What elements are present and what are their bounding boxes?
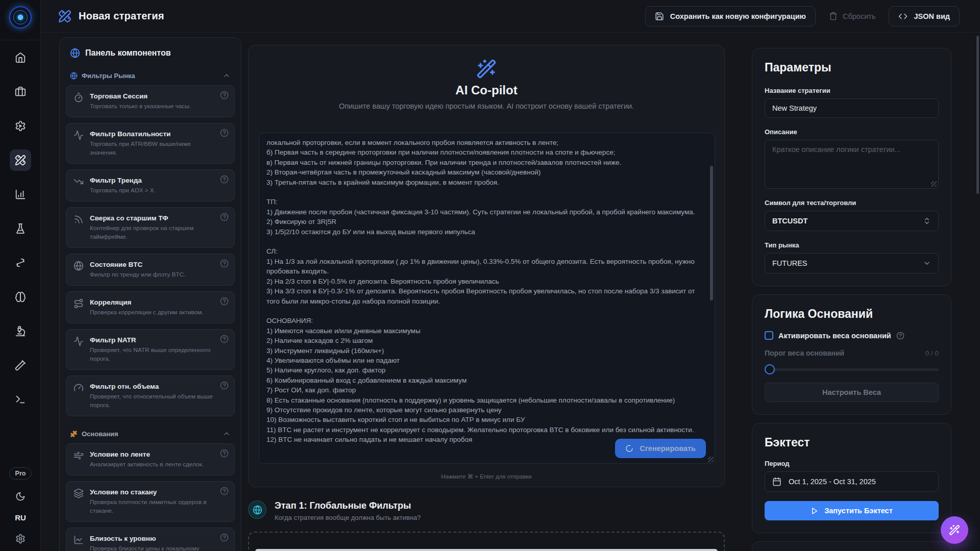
app-logo[interactable] [9,6,32,29]
pro-badge[interactable]: Pro [9,467,32,480]
rail-item-analytics[interactable] [10,184,31,205]
section-market-filters[interactable]: Фильтры Рынка [70,71,231,80]
stage-dropzone[interactable] [248,532,725,551]
component-desc: Торговать при ADX > X. [90,186,156,195]
weights-checkbox-row: Активировать веса оснований [765,331,939,340]
component-card-correlation[interactable]: Корреляция Проверка корреляции с другим … [66,291,235,323]
market-type-select[interactable]: FUTURES [765,253,939,273]
stage-subtitle: Когда стратегия вообще должна быть актив… [275,514,421,521]
component-card-trading-session[interactable]: Торговая Сессия Торговать только в указа… [66,85,235,117]
help-icon[interactable] [220,129,229,137]
help-icon[interactable] [220,449,229,458]
threshold-slider[interactable] [765,364,939,374]
component-card-trend-filter[interactable]: Фильтр Тренда Торговать при ADX > X. [66,169,235,202]
component-title: Фильтр отн. объема [90,382,216,391]
pencil-ruler-icon [15,155,26,166]
component-title: Фильтр NATR [90,335,216,345]
rail-item-automation[interactable] [10,115,31,137]
parameters-title: Параметры [765,61,939,74]
rail-item-lab[interactable] [10,218,31,239]
code-icon [898,12,908,21]
help-icon[interactable] [220,175,229,184]
language-switch[interactable]: RU [15,513,26,522]
divergence-icon [15,257,26,268]
rail-item-terminal[interactable] [10,389,31,410]
component-card-natr-filter[interactable]: Фильтр NATR Проверяет, что NATR выше опр… [66,329,235,370]
help-icon[interactable] [220,533,229,542]
component-desc: Проверяет, что NATR выше определенного п… [90,346,216,363]
help-icon[interactable] [220,259,229,268]
rail-item-home[interactable] [10,47,31,68]
slider-thumb[interactable] [765,364,775,374]
component-card-volatility-filter[interactable]: Фильтр Волатильности Торговать при ATR/B… [66,123,235,164]
parameters-card: Параметры Название стратегии Описание Кр… [752,48,951,286]
top-bar-actions: Сохранить как новую конфигурацию Сбросит… [645,6,960,27]
ai-copilot-subtitle: Опишите вашу торговую идею простым языко… [249,102,724,110]
globe-icon [70,72,78,80]
component-title: Состояние BTC [90,260,185,269]
help-icon[interactable] [220,487,229,495]
component-title: Корреляция [90,297,203,307]
weights-checkbox[interactable] [765,331,773,340]
component-title: Фильтр Тренда [90,176,156,185]
calendar-icon [772,477,781,486]
description-placeholder: Краткое описание логики стратегии... [772,145,900,154]
generate-button[interactable]: Сгенерировать [615,439,706,458]
rail-item-strategy-builder[interactable] [10,149,31,171]
chevrons-up-down-icon [923,217,931,225]
rail-settings[interactable] [15,534,26,544]
rail-item-research[interactable] [10,320,31,342]
help-icon[interactable] [220,91,229,99]
wind-icon [74,450,84,461]
chevron-up-icon[interactable] [223,71,231,80]
json-view-button[interactable]: JSON вид [889,6,960,27]
ai-prompt-textarea[interactable]: локальной проторговки, если в момент лок… [259,133,715,464]
component-card-rel-volume-filter[interactable]: Фильтр отн. объема Проверяет, что относи… [66,375,235,416]
description-textarea[interactable]: Краткое описание логики стратегии... [765,140,939,189]
section-foundations[interactable]: Основания [70,430,231,438]
components-panel-header: Панель компонентов [66,48,235,58]
rail-item-ai[interactable] [10,286,31,308]
market-type-label: Тип рынка [765,241,939,249]
component-desc: Проверка корреляции с другим активом. [90,308,203,317]
left-rail: Pro RU [0,0,41,551]
component-card-btc-state[interactable]: Состояние BTC Фильтр по тренду или флэту… [66,254,235,286]
rail-item-journal[interactable] [10,355,31,376]
component-desc: Контейнер для проверок на старшем таймфр… [90,224,216,241]
symbol-value: BTCUSDT [772,217,807,225]
component-card-level-proximity[interactable]: Близость к уровню Проверка близости цены… [66,528,235,551]
help-icon[interactable] [220,381,229,390]
run-backtest-button[interactable]: Запустить Бэктест [765,501,939,520]
rail-item-flows[interactable] [10,252,31,273]
configure-weights-button[interactable]: Настроить Веса [765,383,939,402]
help-icon[interactable] [220,213,229,221]
component-desc: Анализирует активность в ленте сделок. [90,460,204,469]
save-config-button[interactable]: Сохранить как новую конфигурацию [645,6,816,27]
backtest-card: Бэктест Период Oct 1, 2025 - Oct 31, 202… [752,423,951,533]
component-card-htf-check[interactable]: Сверка со старшим ТФ Контейнер для прове… [66,207,235,248]
help-icon[interactable] [896,332,904,340]
symbol-select[interactable]: BTCUSDT [765,211,939,231]
components-panel: Панель компонентов Фильтры Рынка Торгова… [59,37,241,551]
help-icon[interactable] [220,335,229,343]
component-title: Условие по стакану [90,487,216,497]
rail-nav [0,47,41,410]
ai-assistant-fab[interactable] [941,516,968,544]
component-card-tape-condition[interactable]: Условие по ленте Анализирует активность … [66,443,235,475]
period-date-input[interactable]: Oct 1, 2025 - Oct 31, 2025 [765,471,939,492]
rail-item-portfolio[interactable] [10,81,31,103]
chevron-up-icon[interactable] [223,430,231,438]
component-card-orderbook-condition[interactable]: Условие по стакану Проверка плотности ли… [66,481,235,522]
reset-button[interactable]: Сбросить [829,12,875,20]
strategy-name-input[interactable] [765,98,939,118]
theme-toggle[interactable] [15,491,26,502]
gear-play-icon [15,120,26,132]
description-label: Описание [765,128,939,136]
help-icon[interactable] [220,297,229,306]
textarea-scrollbar[interactable] [710,166,713,300]
resize-handle-icon[interactable] [931,181,937,187]
period-value: Oct 1, 2025 - Oct 31, 2025 [789,478,876,486]
component-title: Сверка со старшим ТФ [90,213,216,223]
page-scrollbar[interactable] [976,36,979,194]
component-title: Фильтр Волатильности [90,129,216,139]
